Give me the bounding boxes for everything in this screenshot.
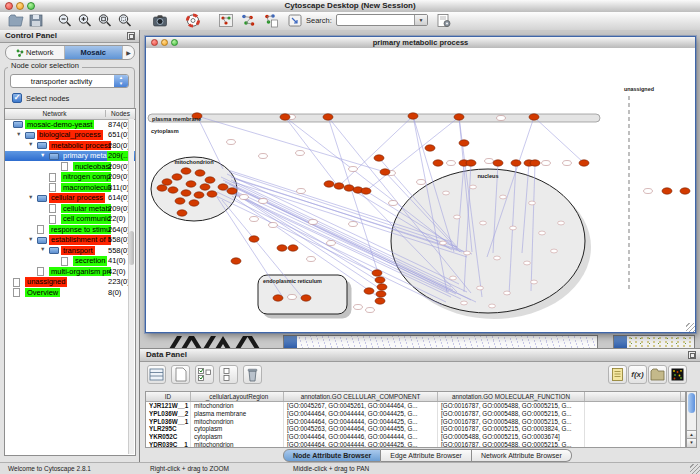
network-node-selected[interactable] — [181, 168, 191, 174]
network-node-selected[interactable] — [249, 236, 259, 242]
tree-row[interactable]: Overview8(0) — [5, 287, 135, 298]
network-node-selected[interactable] — [344, 185, 354, 191]
tab-mosaic[interactable]: Mosaic — [65, 46, 124, 59]
select-nodes-checkbox[interactable]: ✓ — [12, 93, 22, 103]
search-input[interactable]: ▼ — [336, 14, 428, 26]
network-node-selected[interactable] — [189, 200, 199, 206]
expand-arrow-icon[interactable]: ▼ — [28, 236, 33, 242]
network-node[interactable] — [307, 257, 316, 262]
network-node[interactable] — [297, 189, 306, 194]
network-node-selected[interactable] — [195, 170, 205, 176]
expand-arrow-icon[interactable]: ▼ — [28, 141, 33, 147]
network-node[interactable] — [296, 151, 305, 156]
tree-row[interactable]: ▼cellular process614(0) — [5, 193, 135, 204]
tab-node-attribute-browser[interactable]: Node Attribute Browser — [283, 449, 381, 462]
nucleus-node[interactable] — [489, 304, 496, 308]
network-node-selected[interactable] — [288, 245, 298, 251]
nucleus-node[interactable] — [558, 221, 565, 225]
network-node-selected[interactable] — [425, 145, 435, 151]
network-node-selected[interactable] — [511, 160, 521, 166]
network-node-selected[interactable] — [205, 177, 215, 183]
delete-attribute-icon[interactable] — [243, 365, 262, 384]
network-node-selected[interactable] — [181, 190, 191, 196]
network-node[interactable] — [227, 140, 236, 145]
network-node[interactable] — [349, 167, 358, 172]
snapshot-camera-icon[interactable] — [152, 13, 168, 28]
network-node-selected[interactable] — [454, 114, 464, 120]
nucleus-node[interactable] — [477, 286, 484, 290]
network-node-selected[interactable] — [459, 140, 469, 146]
network-node-selected[interactable] — [301, 295, 311, 301]
network-node[interactable] — [349, 222, 358, 227]
open-session-icon[interactable] — [8, 13, 24, 28]
network-node[interactable] — [366, 308, 375, 313]
background-window-fragment[interactable] — [613, 335, 695, 349]
network-node-selected[interactable] — [162, 179, 172, 185]
tab-edge-attribute-browser[interactable]: Edge Attribute Browser — [381, 449, 472, 462]
network-node-selected[interactable] — [227, 188, 237, 194]
attribute-table-header[interactable]: ID_cellularLayoutRegionannotation.GO CEL… — [146, 392, 685, 402]
tree-row[interactable]: nucleobase-209(0) — [5, 161, 135, 172]
network-node[interactable] — [563, 161, 572, 166]
network-node[interactable] — [417, 180, 426, 185]
network-node[interactable] — [485, 159, 494, 164]
network-node-selected[interactable] — [376, 291, 386, 297]
tree-row[interactable]: ▼transport558(0) — [5, 245, 135, 256]
tree-row[interactable]: cell communicat22(0) — [5, 214, 135, 225]
column-header[interactable] — [585, 392, 681, 401]
tab-overflow-arrow-icon[interactable]: ▶ — [123, 46, 134, 59]
tree-row[interactable]: ▼establishment of lo558(0) — [5, 235, 135, 246]
select-attributes-icon[interactable] — [195, 365, 214, 384]
nucleus-node[interactable] — [461, 301, 468, 305]
float-panel-icon[interactable] — [688, 351, 696, 359]
table-row[interactable]: YLR295Ccytoplasm[GO:0045263, GO:0044464,… — [146, 425, 685, 433]
network-canvas[interactable]: plasma membrane cytoplasm mitochondrion … — [146, 48, 695, 332]
network-node[interactable] — [259, 154, 268, 159]
nucleus-node[interactable] — [454, 215, 461, 219]
tree-row[interactable]: cellular metabol209(0) — [5, 203, 135, 214]
table-row[interactable]: YPL036W__1mitochondrion[GO:0044464, GO:0… — [146, 418, 685, 426]
new-attribute-icon[interactable] — [171, 365, 190, 384]
nucleus-node[interactable] — [464, 251, 471, 255]
network-node-selected[interactable] — [375, 277, 385, 283]
table-row[interactable]: YPL036W__2plasma membrane[GO:0044464, GO… — [146, 410, 685, 418]
frame-resize-grip[interactable] — [686, 323, 695, 332]
destroy-network-view-icon[interactable] — [263, 13, 279, 28]
tree-row[interactable]: macromolecule311(0) — [5, 182, 135, 193]
select-all-attributes-icon[interactable] — [147, 365, 166, 384]
table-scrollbar[interactable]: ▲ ▼ — [686, 391, 697, 448]
tree-row[interactable]: ▼biological_process651(0) — [5, 130, 135, 141]
network-node-selected[interactable] — [408, 113, 418, 119]
tree-row[interactable]: response to stimulu264(0) — [5, 224, 135, 235]
network-node-selected[interactable] — [361, 188, 371, 194]
matrix-view-icon[interactable] — [668, 365, 687, 384]
nucleus-node[interactable] — [480, 221, 487, 225]
tab-network-attribute-browser[interactable]: Network Attribute Browser — [472, 449, 572, 462]
network-node[interactable] — [542, 161, 551, 166]
network-node-selected[interactable] — [177, 210, 187, 216]
formula-icon[interactable]: f(x) — [628, 365, 647, 384]
network-node-selected[interactable] — [579, 160, 589, 166]
import-attributes-icon[interactable] — [648, 365, 667, 384]
network-node-selected[interactable] — [334, 183, 344, 189]
background-window-fragment[interactable] — [283, 335, 598, 349]
annotation-icon[interactable] — [608, 365, 627, 384]
node-color-dropdown[interactable]: transporter activity ▲▼ — [10, 74, 129, 88]
network-node-selected[interactable] — [377, 284, 387, 290]
dropdown-arrows-icon[interactable]: ▲▼ — [114, 75, 128, 87]
column-header[interactable]: _cellularLayoutRegion — [191, 392, 284, 401]
network-node-selected[interactable] — [273, 295, 283, 301]
tree-row[interactable]: ▼metabolic process280(0) — [5, 140, 135, 151]
network-node-selected[interactable] — [374, 155, 384, 161]
column-header[interactable]: ID — [146, 392, 191, 401]
network-node[interactable] — [288, 295, 297, 300]
zoom-fit-icon[interactable] — [117, 13, 133, 28]
search-configure-icon[interactable] — [436, 13, 452, 28]
network-node[interactable] — [644, 189, 653, 194]
tab-network[interactable]: Network — [6, 46, 65, 59]
network-node-selected[interactable] — [175, 198, 185, 204]
destroy-network-icon[interactable] — [218, 13, 234, 28]
network-node-selected[interactable] — [372, 270, 382, 276]
network-node[interactable] — [269, 223, 278, 228]
import-network-icon[interactable] — [287, 13, 303, 28]
